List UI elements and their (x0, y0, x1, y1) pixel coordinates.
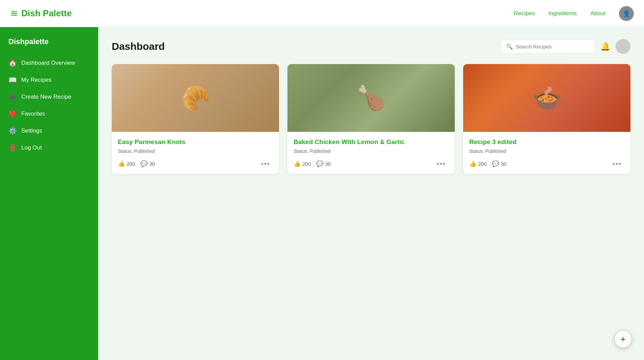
header-right: 🔍 🔔 (500, 39, 630, 54)
thumbs-up-icon-2: 👍 (294, 160, 301, 167)
recipe-image-3 (463, 64, 630, 132)
brand-wave-icon: ≋ (10, 8, 18, 19)
recipe-grid: Easy Parmesan Knots Status: Published 👍 … (112, 64, 630, 174)
sidebar-title: Dishpalette (0, 37, 98, 55)
more-options-button-3[interactable]: ••• (610, 159, 624, 169)
recipe-status-1: Status: Published (118, 148, 273, 154)
recipe-footer-3: 👍 200 💬 30 ••• (469, 159, 624, 169)
sidebar-item-create-label: Create New Recipe (21, 94, 71, 100)
recipe-comments-3: 💬 30 (492, 160, 507, 167)
likes-count-3: 200 (478, 161, 487, 167)
plus-icon: ➕ (8, 93, 17, 101)
sidebar: Dishpalette 🏠 Dashboard Overview 📖 My Re… (0, 27, 98, 360)
comment-icon-3: 💬 (492, 160, 499, 167)
nav-about[interactable]: About (591, 10, 605, 17)
more-options-button-1[interactable]: ••• (258, 159, 273, 169)
nav-ingredients[interactable]: Ingredients (548, 10, 577, 17)
main-layout: Dishpalette 🏠 Dashboard Overview 📖 My Re… (0, 27, 644, 360)
sidebar-item-my-recipes-label: My Recipes (21, 77, 51, 83)
topnav-links: Recipes Ingredients About 👤 (514, 6, 634, 21)
recipe-likes-1: 👍 200 (118, 160, 135, 167)
book-icon: 📖 (8, 76, 17, 84)
recipe-image-1 (112, 64, 279, 132)
sidebar-item-dashboard-label: Dashboard Overview (21, 60, 75, 66)
sidebar-item-settings-label: Settings (21, 127, 42, 134)
gear-icon: ⚙️ (8, 127, 17, 135)
user-avatar-circle[interactable] (616, 39, 630, 54)
nav-recipes[interactable]: Recipes (514, 10, 535, 17)
thumbs-up-icon-1: 👍 (118, 160, 125, 167)
heart-icon: ❤️ (8, 110, 17, 118)
search-box: 🔍 (500, 40, 595, 54)
likes-count-1: 200 (127, 161, 135, 167)
recipe-status-3: Status: Published (469, 148, 624, 154)
recipe-title-2[interactable]: Baked Chicken With Lemon & Garlic (294, 138, 449, 146)
sidebar-item-create[interactable]: ➕ Create New Recipe (0, 88, 98, 105)
recipe-card-3: Recipe 3 edited Status: Published 👍 200 … (463, 64, 630, 174)
comments-count-1: 30 (149, 161, 155, 167)
recipe-card-1: Easy Parmesan Knots Status: Published 👍 … (112, 64, 279, 174)
thumbs-up-icon-3: 👍 (469, 160, 476, 167)
recipe-footer-1: 👍 200 💬 30 ••• (118, 159, 273, 169)
sidebar-item-logout-label: Log Out (21, 144, 42, 151)
recipe-comments-2: 💬 30 (316, 160, 331, 167)
more-options-button-2[interactable]: ••• (434, 159, 449, 169)
page-title: Dashboard (112, 41, 165, 52)
recipe-footer-2: 👍 200 💬 30 ••• (294, 159, 449, 169)
recipe-image-2 (287, 64, 455, 132)
dashboard-icon: 🏠 (8, 59, 17, 67)
fab-add-button[interactable]: + (614, 330, 632, 348)
recipe-body-3: Recipe 3 edited Status: Published 👍 200 … (463, 132, 630, 174)
user-avatar[interactable]: 👤 (619, 6, 634, 21)
brand-name: Dish Palette (21, 8, 72, 19)
recipe-title-1[interactable]: Easy Parmesan Knots (118, 138, 273, 146)
comments-count-2: 30 (325, 161, 331, 167)
content-header: Dashboard 🔍 🔔 (112, 39, 630, 54)
search-icon: 🔍 (506, 43, 513, 50)
recipe-body-1: Easy Parmesan Knots Status: Published 👍 … (112, 132, 279, 174)
sidebar-item-my-recipes[interactable]: 📖 My Recipes (0, 72, 98, 88)
main-content: Dashboard 🔍 🔔 Easy Parmesan Knots Status… (98, 27, 644, 360)
recipe-likes-3: 👍 200 (469, 160, 487, 167)
sidebar-item-favorites-label: Favorites (21, 111, 45, 117)
notification-bell-button[interactable]: 🔔 (600, 42, 610, 51)
sidebar-item-dashboard[interactable]: 🏠 Dashboard Overview (0, 55, 98, 72)
recipe-body-2: Baked Chicken With Lemon & Garlic Status… (287, 132, 455, 174)
search-input[interactable] (516, 44, 589, 49)
recipe-title-3[interactable]: Recipe 3 edited (469, 138, 624, 146)
recipe-comments-1: 💬 30 (141, 160, 155, 167)
topnav: ≋ Dish Palette Recipes Ingredients About… (0, 0, 644, 27)
likes-count-2: 200 (302, 161, 311, 167)
sidebar-item-logout[interactable]: 🚪 Log Out (0, 139, 98, 156)
recipe-card-2: Baked Chicken With Lemon & Garlic Status… (287, 64, 455, 174)
comment-icon-1: 💬 (141, 160, 148, 167)
comments-count-3: 30 (501, 161, 507, 167)
sidebar-item-settings[interactable]: ⚙️ Settings (0, 122, 98, 139)
logout-icon: 🚪 (8, 144, 17, 152)
recipe-likes-2: 👍 200 (294, 160, 311, 167)
recipe-status-2: Status: Published (294, 148, 449, 154)
brand-logo[interactable]: ≋ Dish Palette (10, 8, 72, 19)
comment-icon-2: 💬 (316, 160, 323, 167)
sidebar-item-favorites[interactable]: ❤️ Favorites (0, 105, 98, 122)
